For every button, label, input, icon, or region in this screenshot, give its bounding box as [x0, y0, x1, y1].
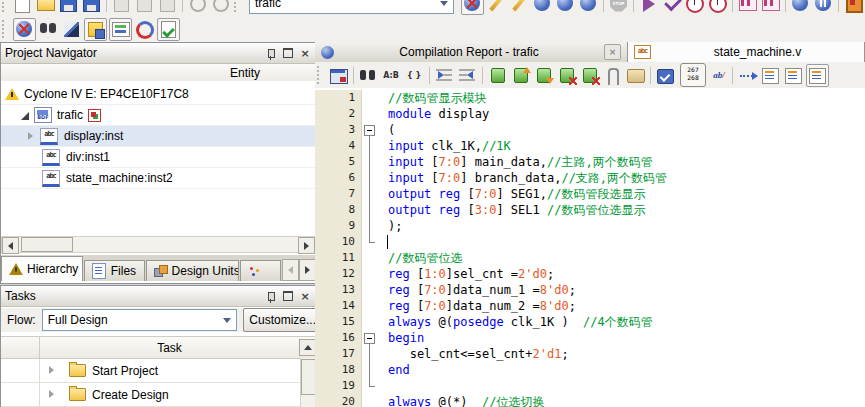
code-editor[interactable]: 1//数码管显示模块2module display3(4input clk_1K… — [315, 88, 865, 407]
fold-collapse-icon[interactable] — [364, 333, 375, 344]
close-icon[interactable]: × — [298, 47, 312, 60]
expander-icon[interactable] — [48, 366, 57, 375]
verify-file-icon[interactable] — [157, 18, 180, 41]
comment-icon[interactable]: ab/ — [709, 64, 729, 86]
tree-item-cyclone-iv-e-ep4ce10f17c8[interactable]: Cyclone IV E: EP4CE10F17C8 — [1, 84, 316, 105]
previous-bookmark-icon[interactable] — [533, 65, 554, 86]
timequest-icon[interactable] — [707, 0, 728, 14]
start-compilation-icon[interactable] — [638, 0, 659, 14]
close-icon[interactable]: × — [298, 290, 312, 303]
code-text: always @(posedge clk_1K ) //4个数码管 — [377, 314, 865, 330]
toolbar-grip[interactable] — [317, 66, 324, 84]
new-project-wizard-icon[interactable] — [461, 0, 484, 15]
scrollbar-thumb[interactable] — [21, 237, 73, 252]
tasks-vertical-scrollbar[interactable] — [300, 358, 316, 407]
find-replace-icon[interactable]: A:B — [381, 65, 402, 86]
outdent-icon[interactable] — [457, 65, 478, 86]
toggle-bookmark-icon[interactable] — [487, 65, 508, 86]
undo-icon[interactable] — [187, 0, 208, 14]
view-document-3-icon[interactable] — [806, 64, 829, 87]
save-all-icon[interactable] — [81, 0, 102, 14]
toolbar-grip[interactable] — [234, 0, 240, 12]
compile-design-icon[interactable] — [555, 0, 576, 14]
view-document-2-icon[interactable] — [783, 65, 804, 86]
task-column-header[interactable]: Task — [1, 337, 316, 359]
editor-tab-compilation-report-trafic[interactable]: Compilation Report - trafic× — [315, 42, 628, 62]
stop-icon[interactable]: STOP — [608, 0, 629, 14]
scrollbar-thumb[interactable] — [301, 359, 316, 395]
float-window-icon[interactable] — [281, 47, 295, 60]
find-design-icon[interactable] — [38, 19, 59, 40]
indent-icon[interactable] — [434, 65, 455, 86]
insert-template-icon[interactable] — [625, 65, 646, 86]
code-token: //数码管段选显示 — [547, 187, 645, 201]
project-selector-combo[interactable]: trafic — [249, 0, 454, 14]
float-window-icon[interactable] — [281, 290, 295, 303]
scroll-left-button[interactable] — [2, 237, 19, 254]
task-row-start-project[interactable]: Start Project — [1, 359, 316, 383]
edit-icon[interactable] — [61, 19, 82, 40]
start-compilation-icon[interactable] — [13, 18, 36, 41]
delete-all-bookmarks-icon[interactable] — [579, 65, 600, 86]
tree-item-div-inst1[interactable]: abcdiv:inst1 — [1, 147, 316, 168]
tab-scroll-left-button[interactable] — [282, 259, 299, 281]
pin-icon[interactable] — [264, 290, 278, 303]
navigator-horizontal-scrollbar[interactable] — [1, 236, 316, 253]
customize-button[interactable]: Customize... — [243, 308, 317, 332]
paste-icon[interactable] — [157, 0, 178, 14]
close-tab-icon[interactable]: × — [604, 44, 621, 60]
netlist-viewer-icon[interactable] — [790, 0, 811, 14]
fold-margin[interactable] — [362, 122, 377, 138]
attach-icon[interactable] — [602, 65, 623, 86]
toolbar-grip[interactable] — [2, 0, 8, 12]
scroll-up-button[interactable] — [299, 339, 316, 356]
task-row-create-design[interactable]: Create Design — [1, 383, 316, 407]
pause-icon[interactable] — [813, 0, 834, 14]
expander-icon[interactable] — [21, 111, 30, 120]
settings-icon[interactable] — [532, 0, 553, 14]
pin-planner-icon[interactable] — [509, 0, 530, 14]
expander-icon[interactable] — [27, 132, 36, 141]
tab-more[interactable] — [240, 260, 281, 281]
tab-scroll-right-button[interactable] — [299, 259, 316, 281]
tab-hierarchy[interactable]: Hierarchy — [1, 256, 83, 281]
assignment-editor-icon[interactable] — [486, 0, 507, 14]
code-line: 9); — [315, 218, 865, 234]
simulation-tool-icon[interactable] — [737, 0, 758, 14]
find-icon[interactable] — [358, 65, 379, 86]
delete-bookmark-icon[interactable] — [556, 65, 577, 86]
timing-analyzer-icon[interactable] — [684, 0, 705, 14]
copy-icon[interactable] — [134, 0, 155, 14]
goto-line-icon[interactable] — [737, 65, 758, 86]
redo-icon[interactable] — [210, 0, 231, 14]
cut-icon[interactable] — [111, 0, 132, 14]
match-delimiter-icon[interactable]: { } — [404, 65, 425, 86]
save-icon[interactable] — [58, 0, 79, 14]
messages-icon[interactable] — [109, 18, 132, 41]
notes-icon[interactable] — [84, 18, 107, 41]
tree-item-display-inst[interactable]: abcdisplay:inst — [1, 126, 316, 147]
scroll-right-button[interactable] — [298, 237, 315, 254]
tree-item-state-machine-inst2[interactable]: abcstate_machine:inst2 — [1, 168, 316, 189]
editor-tab-state-machine-v[interactable]: abcstate_machine.v — [628, 42, 865, 62]
tab-design-units[interactable]: Design Units — [146, 260, 240, 281]
open-in-new-window-icon[interactable] — [328, 65, 349, 86]
start-analysis-icon[interactable] — [661, 0, 682, 14]
refresh-icon[interactable] — [134, 19, 155, 40]
flow-combo[interactable]: Full Design — [42, 309, 237, 331]
expander-icon[interactable] — [48, 390, 57, 399]
pin-icon[interactable] — [264, 47, 278, 60]
tab-files[interactable]: Files — [84, 260, 145, 281]
toolbar-grip[interactable] — [2, 20, 9, 38]
open-file-icon[interactable] — [35, 0, 56, 14]
fold-margin[interactable] — [362, 330, 377, 346]
next-bookmark-icon[interactable] — [510, 65, 531, 86]
waveform-editor-icon[interactable] — [760, 0, 781, 14]
programmer-icon[interactable] — [843, 0, 864, 14]
analysis-synthesis-icon[interactable] — [578, 0, 599, 14]
view-document-1-icon[interactable] — [760, 65, 781, 86]
new-file-icon[interactable] — [12, 0, 33, 14]
analyze-current-file-icon[interactable] — [655, 65, 676, 86]
tree-item-trafic[interactable]: BDFtrafic — [1, 105, 316, 126]
fold-collapse-icon[interactable] — [364, 125, 375, 136]
